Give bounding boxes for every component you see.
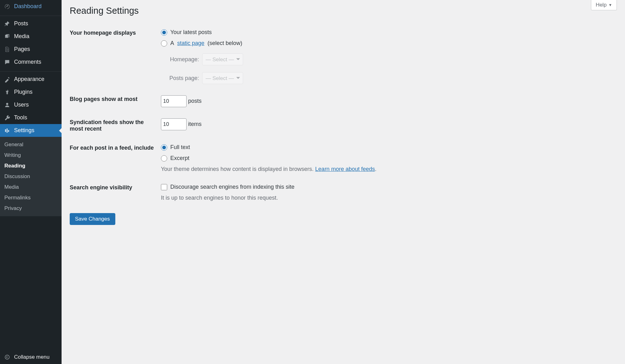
help-tab[interactable]: Help ▼ — [591, 0, 617, 10]
feed-excerpt-radio[interactable] — [161, 155, 167, 162]
pages-icon — [4, 46, 10, 52]
static-page-link[interactable]: static page — [177, 40, 204, 47]
discourage-search-checkbox[interactable] — [161, 184, 167, 190]
comments-icon — [4, 59, 10, 65]
syndication-input[interactable] — [161, 118, 187, 130]
users-icon — [4, 102, 10, 108]
submenu-item-media[interactable]: Media — [0, 182, 62, 192]
sidebar-item-label: Settings — [14, 127, 34, 134]
plugins-icon — [4, 89, 10, 95]
sidebar-separator — [0, 14, 62, 16]
sidebar-item-label: Dashboard — [14, 3, 42, 10]
learn-more-feeds-link[interactable]: Learn more about feeds — [315, 166, 375, 172]
page-title: Reading Settings — [70, 0, 617, 23]
sidebar-item-pages[interactable]: Pages — [0, 43, 62, 56]
submenu-item-permalinks[interactable]: Permalinks — [0, 192, 62, 203]
discourage-search-label[interactable]: Discourage search engines from indexing … — [170, 184, 294, 190]
sidebar-item-tools[interactable]: Tools — [0, 111, 62, 124]
main-content: Help ▼ Reading Settings Your homepage di… — [62, 0, 625, 364]
posts-page-select-label: Posts page: — [169, 75, 199, 82]
sidebar-item-label: Users — [14, 102, 29, 108]
sidebar-item-users[interactable]: Users — [0, 98, 62, 111]
sidebar-item-label: Tools — [14, 114, 27, 121]
syndication-suffix: items — [188, 121, 202, 127]
submenu-item-reading[interactable]: Reading — [0, 161, 62, 171]
submenu-item-discussion[interactable]: Discussion — [0, 171, 62, 182]
sidebar-item-label: Pages — [14, 46, 30, 52]
syndication-label: Syndication feeds show the most recent — [70, 113, 158, 138]
tools-icon — [4, 115, 10, 121]
feed-include-description: Your theme determines how content is dis… — [161, 166, 614, 172]
help-label: Help — [596, 2, 607, 8]
blog-pages-label: Blog pages show at most — [70, 90, 158, 113]
sidebar-separator — [0, 70, 62, 72]
media-icon — [4, 33, 10, 40]
feed-full-text-radio[interactable] — [161, 144, 167, 151]
posts-page-select[interactable]: — Select — — [202, 72, 243, 84]
search-visibility-description: It is up to search engines to honor this… — [161, 195, 614, 201]
homepage-static-page-label[interactable]: A static page (select below) — [170, 40, 242, 47]
collapse-menu-button[interactable]: Collapse menu — [0, 350, 62, 364]
collapse-icon — [4, 354, 10, 360]
homepage-select[interactable]: — Select — — [202, 53, 243, 65]
submenu-item-privacy[interactable]: Privacy — [0, 203, 62, 214]
blog-pages-suffix: posts — [188, 98, 202, 104]
submenu-item-general[interactable]: General — [0, 139, 62, 150]
sidebar-item-label: Appearance — [14, 76, 44, 82]
search-visibility-label: Search engine visibility — [70, 178, 158, 207]
sidebar-item-label: Comments — [14, 59, 41, 65]
chevron-down-icon: ▼ — [608, 3, 612, 7]
appearance-icon — [4, 76, 10, 82]
sidebar-item-label: Posts — [14, 20, 28, 27]
sidebar-item-appearance[interactable]: Appearance — [0, 73, 62, 86]
save-changes-button[interactable]: Save Changes — [70, 213, 115, 225]
sidebar-item-label: Media — [14, 33, 29, 40]
feed-include-label: For each post in a feed, include — [70, 138, 158, 178]
sidebar-item-media[interactable]: Media — [0, 30, 62, 43]
settings-form-table: Your homepage displays Your latest posts… — [70, 23, 617, 207]
admin-sidebar: Dashboard Posts Media Pages Comments App… — [0, 0, 62, 364]
blog-pages-input[interactable] — [161, 95, 187, 107]
homepage-displays-label: Your homepage displays — [70, 23, 158, 90]
collapse-menu-label: Collapse menu — [14, 354, 49, 360]
homepage-latest-posts-radio[interactable] — [161, 29, 167, 36]
homepage-latest-posts-label[interactable]: Your latest posts — [170, 29, 212, 36]
pin-icon — [4, 21, 10, 27]
feed-full-text-label[interactable]: Full text — [170, 144, 190, 151]
homepage-select-label: Homepage: — [169, 56, 199, 63]
sidebar-item-settings[interactable]: Settings — [0, 124, 62, 137]
homepage-static-page-radio[interactable] — [161, 40, 167, 47]
sidebar-item-plugins[interactable]: Plugins — [0, 86, 62, 98]
dashboard-icon — [4, 3, 10, 10]
sidebar-item-posts[interactable]: Posts — [0, 17, 62, 30]
svg-point-1 — [6, 103, 8, 105]
sidebar-item-dashboard[interactable]: Dashboard — [0, 0, 62, 13]
svg-point-2 — [5, 355, 9, 359]
settings-icon — [4, 127, 10, 134]
settings-submenu: General Writing Reading Discussion Media… — [0, 137, 62, 216]
feed-excerpt-label[interactable]: Excerpt — [170, 155, 189, 162]
sidebar-item-comments[interactable]: Comments — [0, 56, 62, 68]
submenu-item-writing[interactable]: Writing — [0, 150, 62, 161]
svg-point-0 — [6, 35, 7, 36]
sidebar-item-label: Plugins — [14, 89, 32, 95]
